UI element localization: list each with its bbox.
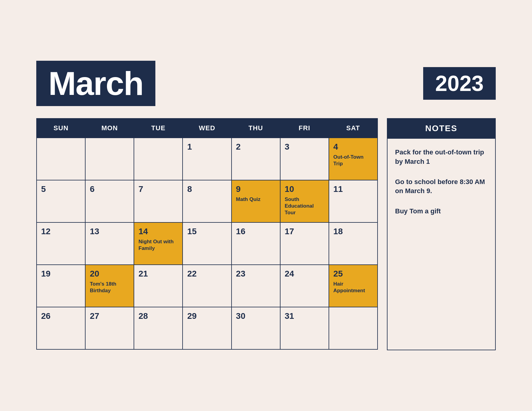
day-header-sat: SAT xyxy=(329,118,378,138)
month-title-box: March xyxy=(36,61,155,106)
cal-cell: 19 xyxy=(37,265,85,307)
cal-cell: 14Night Out with Family xyxy=(134,222,183,265)
cell-date: 1 xyxy=(187,142,227,152)
cell-date: 16 xyxy=(236,226,276,237)
cal-cell xyxy=(329,307,378,349)
cal-cell: 25Hair Appointment xyxy=(329,265,378,307)
cal-cell: 20Tom's 18th Birthday xyxy=(85,265,134,307)
cell-date: 28 xyxy=(138,311,178,321)
cell-event: South Educational Tour xyxy=(285,196,324,216)
calendar-table: SUNMONTUEWEDTHUFRISAT 1234Out-of-Town Tr… xyxy=(36,118,378,350)
cell-date: 22 xyxy=(187,269,227,279)
cal-cell: 12 xyxy=(37,222,85,265)
cal-cell: 1 xyxy=(183,138,231,180)
note-item: Pack for the out-of-town trip by March 1 xyxy=(395,148,488,167)
cell-date: 29 xyxy=(187,311,227,321)
cell-date: 14 xyxy=(138,226,178,237)
cal-cell: 18 xyxy=(329,222,378,265)
cal-cell: 24 xyxy=(280,265,329,307)
cell-date: 25 xyxy=(333,269,373,279)
calendar-section: SUNMONTUEWEDTHUFRISAT 1234Out-of-Town Tr… xyxy=(36,118,378,350)
cal-cell: 11 xyxy=(329,180,378,222)
day-header-tue: TUE xyxy=(134,118,183,138)
cell-event: Night Out with Family xyxy=(138,238,178,252)
month-title: March xyxy=(48,67,143,100)
cal-cell: 27 xyxy=(85,307,134,349)
cal-cell: 23 xyxy=(232,265,280,307)
day-header-sun: SUN xyxy=(37,118,85,138)
header-row: March 2023 xyxy=(36,61,496,106)
cell-date: 24 xyxy=(285,269,324,279)
day-header-thu: THU xyxy=(232,118,280,138)
cal-cell: 7 xyxy=(134,180,183,222)
cal-cell: 28 xyxy=(134,307,183,349)
cal-cell: 21 xyxy=(134,265,183,307)
day-header-wed: WED xyxy=(183,118,231,138)
cal-cell: 30 xyxy=(232,307,280,349)
cell-date: 12 xyxy=(41,226,81,237)
note-item: Buy Tom a gift xyxy=(395,207,488,216)
cell-event: Math Quiz xyxy=(236,196,276,203)
cal-cell: 4Out-of-Town Trip xyxy=(329,138,378,180)
cell-date: 8 xyxy=(187,184,227,194)
cell-date: 3 xyxy=(285,142,324,152)
year-title: 2023 xyxy=(435,73,484,94)
cal-cell xyxy=(134,138,183,180)
cell-date: 6 xyxy=(90,184,129,194)
cell-event: Tom's 18th Birthday xyxy=(90,281,129,294)
cal-cell: 29 xyxy=(183,307,231,349)
cal-cell: 17 xyxy=(280,222,329,265)
cell-date: 10 xyxy=(285,184,324,194)
cell-date: 26 xyxy=(41,311,81,321)
page-container: March 2023 SUNMONTUEWEDTHUFRISAT 1234Out… xyxy=(24,43,508,368)
cal-cell: 2 xyxy=(232,138,280,180)
cell-date: 30 xyxy=(236,311,276,321)
cal-cell: 26 xyxy=(37,307,85,349)
cell-date: 9 xyxy=(236,184,276,194)
cell-date: 4 xyxy=(333,142,373,152)
cell-date: 15 xyxy=(187,226,227,237)
notes-header: NOTES xyxy=(387,118,496,139)
cell-date: 19 xyxy=(41,269,81,279)
cal-cell: 10South Educational Tour xyxy=(280,180,329,222)
cal-cell: 31 xyxy=(280,307,329,349)
notes-section: NOTES Pack for the out-of-town trip by M… xyxy=(387,118,496,350)
cell-date: 21 xyxy=(138,269,178,279)
cal-cell: 6 xyxy=(85,180,134,222)
cal-cell xyxy=(85,138,134,180)
cal-cell: 8 xyxy=(183,180,231,222)
note-item: Go to school before 8:30 AM on March 9. xyxy=(395,177,488,196)
cal-cell: 16 xyxy=(232,222,280,265)
cell-date: 17 xyxy=(285,226,324,237)
cal-cell xyxy=(37,138,85,180)
cell-date: 20 xyxy=(90,269,129,279)
cal-cell: 13 xyxy=(85,222,134,265)
notes-body: Pack for the out-of-town trip by March 1… xyxy=(387,139,496,350)
cell-date: 31 xyxy=(285,311,324,321)
day-header-mon: MON xyxy=(85,118,134,138)
main-content: SUNMONTUEWEDTHUFRISAT 1234Out-of-Town Tr… xyxy=(36,118,496,350)
day-header-fri: FRI xyxy=(280,118,329,138)
cal-cell: 9Math Quiz xyxy=(232,180,280,222)
cell-date: 27 xyxy=(90,311,129,321)
cell-date: 18 xyxy=(333,226,373,237)
cell-event: Out-of-Town Trip xyxy=(333,154,373,167)
cell-date: 13 xyxy=(90,226,129,237)
cell-event: Hair Appointment xyxy=(333,281,373,294)
cell-date: 23 xyxy=(236,269,276,279)
cal-cell: 22 xyxy=(183,265,231,307)
year-box: 2023 xyxy=(423,67,496,100)
cal-cell: 5 xyxy=(37,180,85,222)
cell-date: 5 xyxy=(41,184,81,194)
cal-cell: 3 xyxy=(280,138,329,180)
cal-cell: 15 xyxy=(183,222,231,265)
cell-date: 2 xyxy=(236,142,276,152)
cell-date: 7 xyxy=(138,184,178,194)
cell-date: 11 xyxy=(333,184,373,194)
